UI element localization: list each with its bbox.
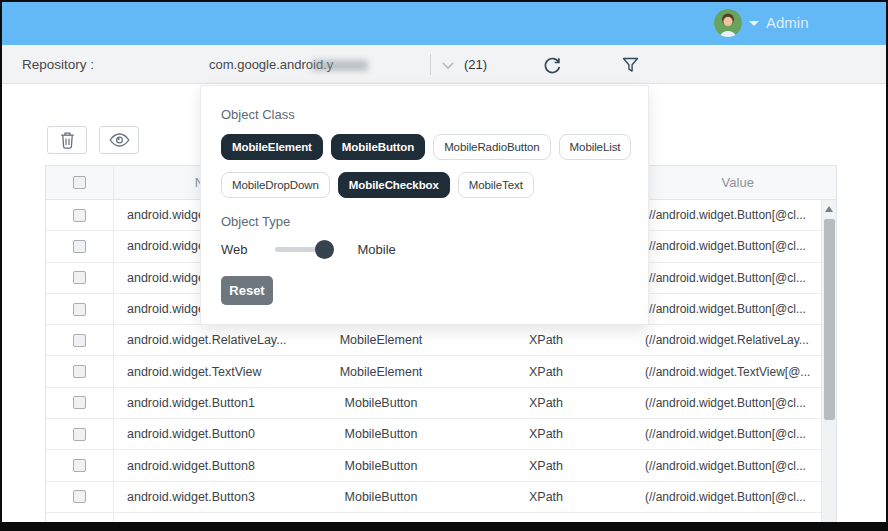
row-checkbox[interactable]: [73, 209, 86, 222]
cell-locator: XPath: [451, 419, 641, 449]
top-bar: Admin: [2, 2, 886, 45]
cell-name: android.widget.Button12: [114, 513, 311, 531]
chip-mobileradiobutton[interactable]: MobileRadioButton: [433, 134, 550, 160]
chip-mobilebutton[interactable]: MobileButton: [331, 134, 425, 160]
cell-value: (//android.widget.Button[@cl...: [641, 231, 823, 261]
cell-object-class: MobileButton: [311, 450, 451, 480]
user-avatar[interactable]: [714, 9, 742, 37]
cell-name: android.widget.Button8: [114, 450, 311, 480]
cell-locator: XPath: [451, 450, 641, 480]
row-checkbox[interactable]: [73, 334, 86, 347]
cell-name: android.widget.Button0: [114, 419, 311, 449]
cell-value: (//android.widget.Button[@cl...: [641, 263, 823, 293]
filter-button[interactable]: [622, 57, 639, 73]
cell-object-class: MobileElement: [311, 356, 451, 386]
object-class-label: Object Class: [221, 107, 634, 122]
row-checkbox[interactable]: [73, 490, 86, 503]
cell-value: (//android.widget.Button[@cl...: [641, 450, 823, 480]
cell-name: android.widget.Button3: [114, 482, 311, 512]
row-checkbox[interactable]: [73, 271, 86, 284]
row-checkbox[interactable]: [73, 240, 86, 253]
reset-button[interactable]: Reset: [221, 276, 273, 305]
cell-object-class: MobileButton: [311, 388, 451, 418]
preview-button[interactable]: [99, 126, 139, 154]
chip-mobileelement[interactable]: MobileElement: [221, 134, 323, 160]
toggle-label-web: Web: [221, 242, 248, 257]
refresh-icon: [543, 56, 562, 75]
table-row: android.widget.Button3 MobileButton XPat…: [46, 482, 836, 513]
cell-locator: XPath: [451, 388, 641, 418]
row-checkbox[interactable]: [73, 396, 86, 409]
avatar-icon: [714, 9, 742, 37]
row-checkbox[interactable]: [73, 303, 86, 316]
cell-value: (//android.widget.Button[@cl...: [641, 388, 823, 418]
scrollbar-thumb[interactable]: [824, 219, 835, 420]
cell-value: (//android.widget.Button[@cl...: [641, 200, 823, 230]
row-checkbox[interactable]: [73, 365, 86, 378]
header-value: Value: [639, 166, 836, 199]
redacted-text: [312, 60, 368, 71]
cell-name: android.widget.TextView: [114, 356, 311, 386]
refresh-button[interactable]: [543, 56, 562, 75]
toggle-knob[interactable]: [315, 240, 334, 259]
repository-label: Repository :: [22, 45, 94, 84]
cell-locator: XPath: [451, 482, 641, 512]
chip-mobilecheckbox[interactable]: MobileCheckbox: [338, 172, 450, 198]
cell-value: (//android.widget.Button[@cl...: [641, 294, 823, 324]
divider: [430, 54, 431, 75]
object-type-toggle-row: Web Mobile: [221, 242, 634, 257]
object-count: (21): [464, 45, 487, 84]
table-row: android.widget.TextView MobileElement XP…: [46, 356, 836, 387]
funnel-icon: [622, 57, 639, 73]
cell-object-class: MobileButton: [311, 482, 451, 512]
cell-locator: XPath: [451, 325, 641, 355]
row-checkbox[interactable]: [73, 459, 86, 472]
object-class-chip-row: MobileElementMobileButtonMobileRadioButt…: [221, 134, 634, 160]
table-row: android.widget.Button0 MobileButton XPat…: [46, 419, 836, 450]
cell-value: (//android.widget.Button[@cl...: [641, 482, 823, 512]
cell-locator: XPath: [451, 356, 641, 386]
cell-value: (//android.widget.TextView[@...: [641, 356, 823, 386]
table-row: android.widget.Button1 MobileButton XPat…: [46, 388, 836, 419]
chevron-down-icon[interactable]: [442, 62, 454, 70]
eye-icon: [109, 133, 130, 147]
row-checkbox[interactable]: [73, 522, 86, 531]
table-row: android.widget.RelativeLay... MobileElem…: [46, 325, 836, 356]
object-type-toggle[interactable]: [275, 247, 325, 252]
delete-button[interactable]: [47, 126, 87, 154]
cell-name: android.widget.RelativeLay...: [114, 325, 311, 355]
row-checkbox[interactable]: [73, 428, 86, 441]
cell-name: android.widget.Button1: [114, 388, 311, 418]
repository-bar: Repository : com.google.android.y (21): [2, 45, 886, 84]
cell-object-class: MobileButton: [311, 513, 451, 531]
select-all-checkbox[interactable]: [73, 176, 86, 189]
vertical-scrollbar[interactable]: [821, 200, 836, 531]
filter-popup: Object Class MobileElementMobileButtonMo…: [200, 85, 649, 325]
table-row: android.widget.Button12 MobileButton XPa…: [46, 513, 836, 531]
app-window: Admin Repository : com.google.android.y …: [0, 0, 888, 531]
table-row: android.widget.Button8 MobileButton XPat…: [46, 450, 836, 481]
chip-mobiledropdown[interactable]: MobileDropDown: [221, 172, 330, 198]
cell-object-class: MobileButton: [311, 419, 451, 449]
caret-down-icon[interactable]: [749, 21, 759, 26]
chip-mobiletext[interactable]: MobileText: [458, 172, 534, 198]
cell-locator: XPath: [451, 513, 641, 531]
user-name[interactable]: Admin: [766, 14, 809, 31]
cell-value: (//android.widget.Button[@cl...: [641, 513, 823, 531]
object-class-chip-row: MobileDropDownMobileCheckboxMobileText: [221, 172, 634, 198]
cell-object-class: MobileElement: [311, 325, 451, 355]
toggle-label-mobile: Mobile: [358, 242, 396, 257]
cell-value: (//android.widget.RelativeLay...: [641, 325, 823, 355]
cell-value: (//android.widget.Button[@cl...: [641, 419, 823, 449]
trash-icon: [59, 131, 76, 149]
object-type-label: Object Type: [221, 214, 634, 229]
chip-mobilelist[interactable]: MobileList: [559, 134, 632, 160]
triangle-up-icon[interactable]: [825, 206, 833, 212]
